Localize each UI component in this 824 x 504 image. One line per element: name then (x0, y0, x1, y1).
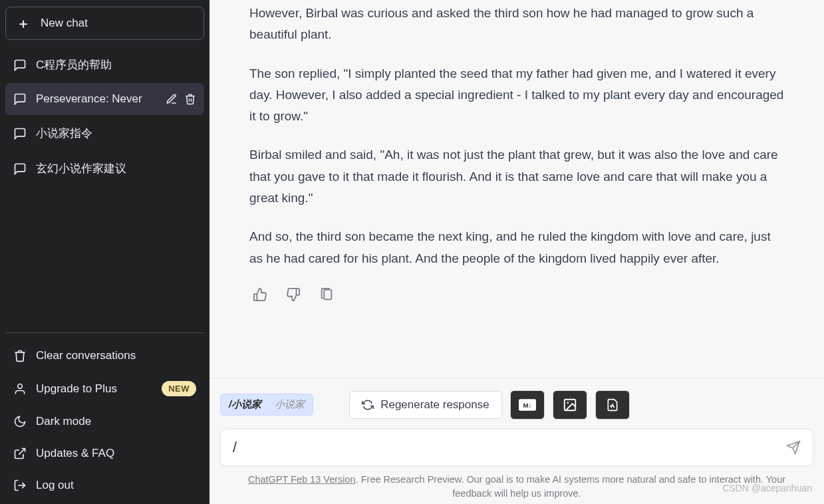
menu-label: Clear conversations (36, 349, 136, 362)
chat-icon (13, 127, 27, 140)
chat-icon (13, 92, 27, 106)
pdf-button[interactable] (595, 390, 630, 420)
message-paragraph: The son replied, "I simply planted the s… (249, 63, 784, 128)
conversation-label: 小说家指令 (36, 126, 196, 141)
image-button[interactable] (553, 390, 587, 420)
feedback-row (249, 287, 784, 303)
conversation-item-active[interactable]: Perseverance: Never (5, 83, 204, 115)
chat-icon (13, 162, 27, 176)
message-paragraph: However, Birbal was curious and asked th… (249, 3, 784, 46)
sidebar-divider (5, 332, 204, 333)
menu-label: Log out (36, 479, 74, 492)
chat-icon (13, 59, 27, 72)
svg-point-7 (567, 402, 569, 404)
conversation-label: C程序员的帮助 (36, 57, 196, 72)
thumbs-down-icon[interactable] (285, 287, 301, 303)
menu-label: Dark mode (36, 415, 91, 428)
conversation-item[interactable]: 小说家指令 (5, 116, 204, 150)
message-paragraph: And so, the third son became the next ki… (249, 226, 784, 269)
svg-point-0 (18, 384, 23, 388)
sidebar: ＋ New chat C程序员的帮助 Perseverance: Never (0, 0, 209, 504)
version-link[interactable]: ChatGPT Feb 13 Version (248, 474, 356, 485)
conversation-label: 玄幻小说作家建议 (36, 161, 196, 176)
footer-text: . Free Research Preview. Our goal is to … (356, 474, 785, 499)
conversation-item[interactable]: 玄幻小说作家建议 (5, 152, 204, 186)
clear-conversations-button[interactable]: Clear conversations (5, 340, 204, 372)
message-input-container[interactable] (220, 429, 813, 466)
regenerate-button[interactable]: Regenerate response (349, 391, 502, 419)
svg-line-1 (19, 449, 25, 455)
slash-command-suggestion[interactable]: /小说家 小说家 (220, 394, 313, 416)
watermark-text: CSDN @acepanhuan (722, 483, 812, 493)
delete-icon[interactable] (184, 93, 196, 105)
person-icon (13, 382, 27, 396)
composer-area: /小说家 小说家 Regenerate response M↓ (209, 378, 824, 505)
thumbs-up-icon[interactable] (252, 287, 268, 303)
external-link-icon (13, 447, 27, 460)
conversation-label: Perseverance: Never (36, 92, 156, 106)
logout-icon (13, 479, 27, 492)
refresh-icon (362, 399, 374, 411)
message-paragraph: Birbal smiled and said, "Ah, it was not … (249, 144, 784, 209)
suggestion-match: /小说家 (229, 398, 261, 411)
regenerate-label: Regenerate response (380, 398, 489, 412)
svg-rect-3 (324, 290, 331, 300)
plus-icon: ＋ (17, 17, 30, 30)
menu-label: Upgrade to Plus (36, 382, 117, 396)
send-icon[interactable] (786, 440, 801, 455)
logout-button[interactable]: Log out (5, 469, 204, 501)
trash-icon (13, 349, 27, 362)
updates-faq-button[interactable]: Updates & FAQ (5, 438, 204, 469)
suggestion-hint: 小说家 (275, 398, 305, 411)
clipboard-icon[interactable] (319, 287, 335, 303)
dark-mode-button[interactable]: Dark mode (5, 406, 204, 438)
message-input[interactable] (233, 439, 786, 456)
app-root: ＋ New chat C程序员的帮助 Perseverance: Never (0, 0, 824, 504)
conversation-item[interactable]: C程序员的帮助 (5, 48, 204, 82)
moon-icon (13, 415, 27, 428)
markdown-button[interactable]: M↓ (510, 390, 545, 420)
main-panel: However, Birbal was curious and asked th… (209, 0, 824, 504)
message-scroll[interactable]: However, Birbal was curious and asked th… (209, 0, 824, 378)
new-chat-button[interactable]: ＋ New chat (5, 7, 204, 40)
edit-icon[interactable] (166, 93, 178, 105)
menu-label: Updates & FAQ (36, 447, 114, 460)
assistant-message: However, Birbal was curious and asked th… (249, 3, 784, 269)
composer-toolbar: /小说家 小说家 Regenerate response M↓ (220, 390, 813, 420)
conversation-list: C程序员的帮助 Perseverance: Never (5, 48, 204, 187)
svg-text:M↓: M↓ (523, 402, 531, 409)
new-badge: NEW (162, 381, 196, 396)
new-chat-label: New chat (41, 17, 88, 30)
upgrade-button[interactable]: Upgrade to Plus NEW (5, 372, 204, 406)
